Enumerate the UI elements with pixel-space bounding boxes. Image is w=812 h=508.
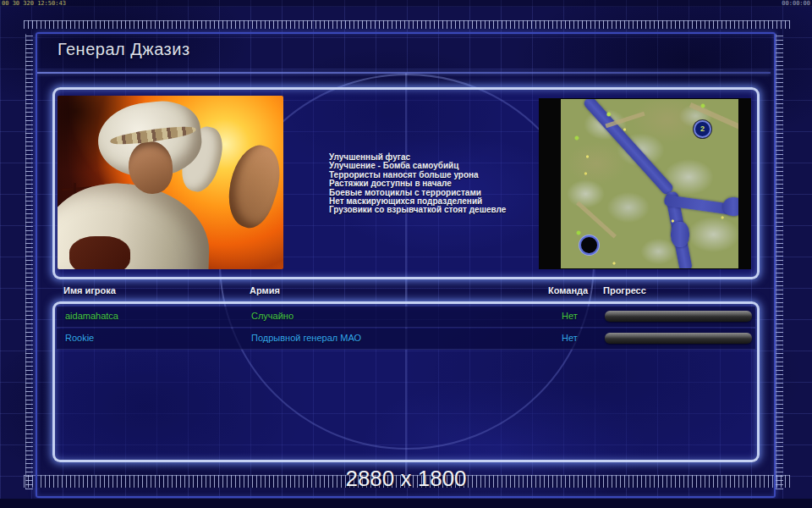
column-header-player-name: Имя игрока — [63, 285, 116, 295]
bottom-bar — [0, 499, 812, 508]
player-team: Нет — [562, 333, 578, 343]
title-separator — [37, 72, 771, 74]
portrait-hand — [69, 236, 130, 269]
lobby-table-header: Имя игрока Армия Команда Прогресс — [0, 285, 812, 297]
session-timer: 00:00:00 — [782, 0, 810, 7]
ruler-right — [776, 34, 783, 489]
player-row: Rookie Подрывной генерал МАО Нет — [57, 329, 755, 350]
player-team: Нет — [562, 311, 578, 321]
ruler-left — [25, 34, 33, 489]
column-header-progress: Прогресс — [603, 285, 646, 295]
minimap: 2 — [561, 99, 738, 268]
player-list-panel: aidamahatca Случайно Нет Rookie Подрывно… — [52, 301, 760, 462]
map-resolution-label: 2880 x 1800 — [0, 466, 812, 492]
general-info-panel: Улучшенный фугас Улучшение - Бомба самоу… — [52, 87, 760, 279]
player-row: aidamahatca Случайно Нет — [57, 306, 755, 328]
general-portrait-image — [58, 96, 283, 269]
player-army: Подрывной генерал МАО — [251, 333, 361, 343]
page-title: Генерал Джазиз — [58, 40, 190, 59]
debug-counter: 00 30 320 12:50:43 — [2, 0, 66, 7]
player-name: Rookie — [65, 333, 94, 343]
minimap-frame: 2 — [539, 98, 751, 269]
start-position-marker-selected — [579, 235, 599, 255]
player-name: aidamahatca — [65, 311, 118, 321]
column-header-army: Армия — [250, 285, 280, 295]
general-bonus-list: Улучшенный фугас Улучшение - Бомба самоу… — [329, 153, 549, 215]
bonus-line: Грузовики со взрывчаткой стоят дешевле — [329, 206, 549, 214]
ruler-top — [24, 20, 790, 29]
portrait-raised-arm — [218, 140, 283, 234]
column-header-team: Команда — [548, 285, 588, 295]
player-progress-bar — [605, 311, 752, 322]
player-progress-bar — [605, 333, 752, 344]
loading-screen: 00 30 320 12:50:43 00:00:00 Генерал Джаз… — [0, 0, 812, 508]
player-army: Случайно — [251, 311, 294, 321]
start-position-marker-2: 2 — [694, 120, 711, 138]
top-strip — [0, 0, 812, 7]
